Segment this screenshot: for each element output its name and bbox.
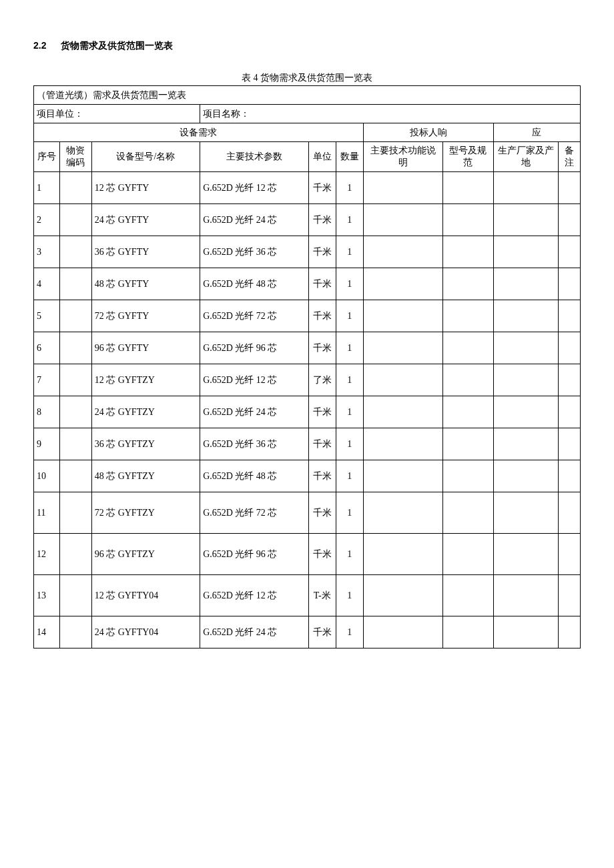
section-title-text: 货物需求及供货范围一览表 xyxy=(61,40,173,51)
cell-model: 12 芯 GYFTY04 xyxy=(91,575,200,616)
cell-unit: 千米 xyxy=(308,332,336,364)
cell-spec xyxy=(443,534,494,575)
cell-seq: 1 xyxy=(34,172,60,204)
cell-unit: 千米 xyxy=(308,204,336,236)
table-row: 572 芯 GYFTYG.652D 光纤 72 芯千米1 xyxy=(34,300,581,332)
table-row: 448 芯 GYFTYG.652D 光纤 48 芯千米1 xyxy=(34,268,581,300)
cell-qty: 1 xyxy=(336,204,363,236)
cell-qty: 1 xyxy=(336,616,363,648)
cell-qty: 1 xyxy=(336,428,363,460)
cell-note xyxy=(559,268,581,300)
col-note: 备注 xyxy=(559,142,581,172)
cell-model: 24 芯 GYFTZY xyxy=(91,396,200,428)
cell-seq: 9 xyxy=(34,428,60,460)
cell-unit: 千米 xyxy=(308,396,336,428)
table-row: 336 芯 GYFTYG.652D 光纤 36 芯千米1 xyxy=(34,236,581,268)
cell-seq: 13 xyxy=(34,575,60,616)
cell-unit: 千米 xyxy=(308,236,336,268)
cell-maker xyxy=(493,396,558,428)
cell-maker xyxy=(493,364,558,396)
cell-note xyxy=(559,396,581,428)
col-code: 物资编码 xyxy=(59,142,91,172)
cell-qty: 1 xyxy=(336,364,363,396)
cell-unit: 千米 xyxy=(308,428,336,460)
cell-unit: 千米 xyxy=(308,172,336,204)
section-heading: 2.2 货物需求及供货范围一览表 xyxy=(33,40,581,52)
cell-model: 12 芯 GYFTZY xyxy=(91,364,200,396)
cell-note xyxy=(559,492,581,534)
cell-code xyxy=(59,534,91,575)
section-number: 2.2 xyxy=(33,40,46,51)
cell-model: 12 芯 GYFTY xyxy=(91,172,200,204)
table-caption: 表 4 货物需求及供货范围一览表 xyxy=(33,72,581,84)
col-unit: 单位 xyxy=(308,142,336,172)
cell-maker xyxy=(493,332,558,364)
cell-maker xyxy=(493,268,558,300)
cell-code xyxy=(59,428,91,460)
cell-func xyxy=(363,172,442,204)
cell-seq: 3 xyxy=(34,236,60,268)
cell-qty: 1 xyxy=(336,172,363,204)
cell-spec xyxy=(443,492,494,534)
cell-func xyxy=(363,428,442,460)
cell-model: 48 芯 GYFTZY xyxy=(91,460,200,492)
cell-param: G.652D 光纤 96 芯 xyxy=(200,534,308,575)
cell-unit: 千米 xyxy=(308,460,336,492)
cell-func xyxy=(363,460,442,492)
cell-model: 96 芯 GYFTY xyxy=(91,332,200,364)
cell-spec xyxy=(443,332,494,364)
table-row: 712 芯 GYFTZYG.652D 光纤 12 芯了米1 xyxy=(34,364,581,396)
cell-param: G.652D 光纤 48 芯 xyxy=(200,268,308,300)
cell-seq: 11 xyxy=(34,492,60,534)
cell-code xyxy=(59,332,91,364)
cell-maker xyxy=(493,575,558,616)
cell-spec xyxy=(443,204,494,236)
bidder-response-header-2: 应 xyxy=(493,123,580,142)
cell-code xyxy=(59,172,91,204)
cell-param: G.652D 光纤 96 芯 xyxy=(200,332,308,364)
table-row: 1296 芯 GYFTZYG.652D 光纤 96 芯千米1 xyxy=(34,534,581,575)
cell-spec xyxy=(443,268,494,300)
cell-code xyxy=(59,236,91,268)
cell-unit: 千米 xyxy=(308,534,336,575)
cell-note xyxy=(559,332,581,364)
cell-unit: 千米 xyxy=(308,268,336,300)
cell-seq: 2 xyxy=(34,204,60,236)
cell-note xyxy=(559,428,581,460)
cell-func xyxy=(363,616,442,648)
project-unit-label: 项目单位： xyxy=(34,105,200,123)
cell-param: G.652D 光纤 48 芯 xyxy=(200,460,308,492)
cell-unit: 千米 xyxy=(308,300,336,332)
cell-maker xyxy=(493,616,558,648)
cell-param: G.652D 光纤 12 芯 xyxy=(200,575,308,616)
cell-qty: 1 xyxy=(336,236,363,268)
table-row: 112 芯 GYFTYG.652D 光纤 12 芯千米1 xyxy=(34,172,581,204)
cell-param: G.652D 光纤 36 芯 xyxy=(200,428,308,460)
goods-demand-table: （管道光缆）需求及供货范围一览表 项目单位： 项目名称： 设备需求 投标人响 应… xyxy=(33,85,581,648)
table-row: 1172 芯 GYFTZYG.652D 光纤 72 芯千米1 xyxy=(34,492,581,534)
cell-qty: 1 xyxy=(336,300,363,332)
cell-param: G.652D 光纤 36 芯 xyxy=(200,236,308,268)
cell-seq: 6 xyxy=(34,332,60,364)
cell-spec xyxy=(443,364,494,396)
cell-code xyxy=(59,492,91,534)
cell-func xyxy=(363,332,442,364)
cell-note xyxy=(559,616,581,648)
cell-param: G.652D 光纤 12 芯 xyxy=(200,172,308,204)
cell-model: 72 芯 GYFTZY xyxy=(91,492,200,534)
cell-seq: 14 xyxy=(34,616,60,648)
cell-qty: 1 xyxy=(336,460,363,492)
cell-qty: 1 xyxy=(336,492,363,534)
cell-code xyxy=(59,396,91,428)
cell-spec xyxy=(443,575,494,616)
cell-qty: 1 xyxy=(336,332,363,364)
cell-unit: T-米 xyxy=(308,575,336,616)
cell-note xyxy=(559,534,581,575)
cell-note xyxy=(559,575,581,616)
col-param: 主要技术参数 xyxy=(200,142,308,172)
cell-param: G.652D 光纤 72 芯 xyxy=(200,300,308,332)
cell-seq: 7 xyxy=(34,364,60,396)
col-spec: 型号及规范 xyxy=(443,142,494,172)
cell-maker xyxy=(493,534,558,575)
cell-maker xyxy=(493,172,558,204)
